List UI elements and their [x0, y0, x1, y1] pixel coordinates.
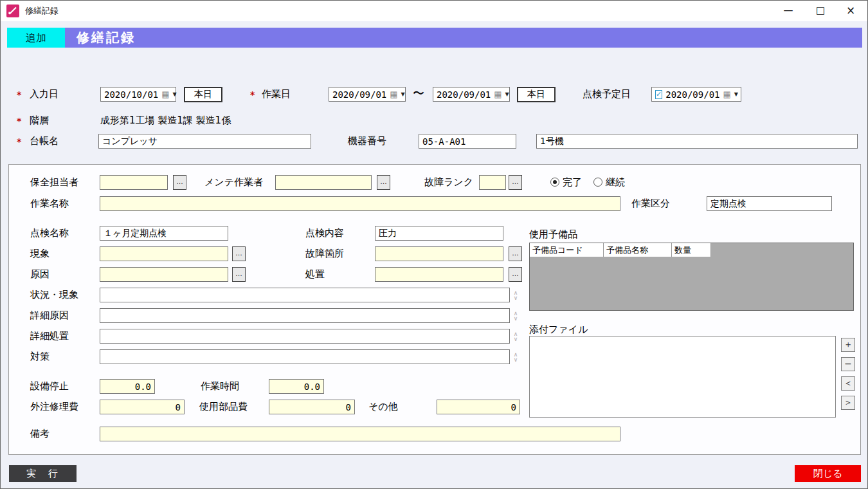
ledger-name-field[interactable]: [98, 134, 311, 149]
machine-name-field[interactable]: [536, 134, 858, 149]
status-radio-complete[interactable]: [550, 178, 559, 187]
work-date-from-value: 2020/09/01: [332, 89, 386, 100]
close-window-button[interactable]: ×: [836, 1, 865, 21]
scheduled-date-picker[interactable]: ✓ 2020/09/01 ▦ ▼: [651, 87, 741, 102]
hierarchy-label: 階層: [30, 113, 49, 128]
cause-label: 原因: [30, 267, 50, 282]
action-lookup-button[interactable]: ...: [509, 267, 522, 282]
attachment-remove-button[interactable]: −: [841, 357, 855, 371]
spinner-down-icon: ∨: [514, 316, 518, 321]
mode-badge-add[interactable]: 追加: [7, 28, 65, 48]
attachment-next-button[interactable]: ＞: [841, 396, 855, 410]
fault-part-lookup-button[interactable]: ...: [509, 246, 522, 261]
spare-parts-label: 使用予備品: [529, 227, 577, 242]
calendar-icon: ▦: [161, 90, 169, 98]
machine-no-field[interactable]: [419, 134, 516, 149]
outsource-cost-field[interactable]: [100, 400, 185, 414]
fault-part-field[interactable]: [375, 246, 503, 261]
input-date-picker[interactable]: 2020/10/01 ▦ ▼: [100, 87, 176, 102]
maint-person-label: 保全担当者: [30, 175, 78, 190]
status-radio-continue[interactable]: [593, 178, 602, 187]
input-date-label: 入力日: [30, 87, 59, 102]
repair-record-window: 修繕記録 — □ × 追加 修繕記録 * 入力日 2020/10/01 ▦ ▼ …: [0, 0, 868, 489]
spare-parts-header-row: 予備品コード 予備品名称 数量: [530, 243, 853, 257]
parts-cost-label: 使用部品費: [199, 400, 248, 414]
work-time-field[interactable]: [269, 379, 324, 394]
scheduled-date-label: 点検予定日: [583, 87, 631, 102]
execute-button[interactable]: 実 行: [9, 465, 77, 482]
spinner-down-icon: ∨: [514, 295, 518, 300]
maximize-button[interactable]: □: [806, 1, 835, 21]
app-logo-icon: [6, 5, 19, 17]
cause-lookup-button[interactable]: ...: [232, 267, 246, 282]
calendar-icon: ▦: [723, 90, 731, 98]
countermeasure-spinner[interactable]: ∧∨: [511, 349, 520, 364]
detail-cause-field[interactable]: [100, 308, 510, 323]
phenomenon-field[interactable]: [100, 246, 228, 261]
work-type-field[interactable]: [707, 196, 832, 211]
maint-worker-lookup-button[interactable]: ...: [377, 175, 390, 190]
detail-action-field[interactable]: [100, 329, 510, 344]
maint-worker-field[interactable]: [275, 175, 372, 190]
situation-field[interactable]: [100, 288, 510, 302]
detail-cause-spinner[interactable]: ∧∨: [511, 308, 520, 323]
detail-action-label: 詳細処置: [30, 329, 69, 344]
outsource-cost-label: 外注修理費: [30, 400, 78, 414]
spinner-down-icon: ∨: [514, 357, 518, 362]
spinner-down-icon: ∨: [514, 337, 518, 342]
close-button[interactable]: 閉じる: [795, 465, 861, 482]
maint-person-field[interactable]: [100, 175, 168, 190]
inspect-name-field[interactable]: [100, 226, 228, 241]
status-continue-label: 継続: [606, 175, 625, 190]
phenomenon-lookup-button[interactable]: ...: [232, 246, 246, 261]
scheduled-date-checkbox[interactable]: ✓: [655, 90, 662, 99]
attachments-label: 添付ファイル: [529, 322, 588, 337]
fault-rank-field[interactable]: [479, 175, 506, 190]
required-mark: *: [17, 87, 21, 102]
work-time-label: 作業時間: [201, 379, 239, 394]
stop-time-label: 設備停止: [30, 379, 69, 394]
work-date-from-picker[interactable]: 2020/09/01 ▦ ▼: [329, 87, 406, 102]
work-type-label: 作業区分: [631, 196, 670, 211]
machine-no-label: 機器番号: [348, 134, 386, 149]
calendar-icon: ▦: [390, 90, 397, 98]
ledger-name-label: 台帳名: [30, 134, 59, 149]
work-name-field[interactable]: [100, 196, 620, 211]
today-button-work-date[interactable]: 本日: [517, 87, 556, 102]
stop-time-field[interactable]: [100, 379, 155, 394]
spare-parts-col-name: 予備品名称: [604, 243, 672, 257]
work-date-to-picker[interactable]: 2020/09/01 ▦ ▼: [433, 87, 510, 102]
inspect-content-label: 点検内容: [305, 226, 344, 241]
today-button-input-date[interactable]: 本日: [184, 87, 222, 102]
inspect-name-label: 点検名称: [30, 226, 69, 241]
work-date-label: 作業日: [262, 87, 291, 102]
fault-rank-lookup-button[interactable]: ...: [509, 175, 522, 190]
detail-action-spinner[interactable]: ∧∨: [511, 329, 520, 344]
action-field[interactable]: [375, 267, 503, 282]
attachment-prev-button[interactable]: ＜: [841, 376, 855, 391]
other-cost-field[interactable]: [437, 400, 520, 414]
maint-worker-label: メンテ作業者: [204, 175, 263, 190]
titlebar: 修繕記録 — □ ×: [1, 1, 867, 21]
spare-parts-col-code: 予備品コード: [530, 243, 604, 257]
chevron-down-icon: ▼: [173, 92, 177, 97]
countermeasure-label: 対策: [30, 349, 50, 364]
countermeasure-field[interactable]: [100, 349, 510, 364]
date-range-tilde: 〜: [413, 86, 424, 100]
maint-person-lookup-button[interactable]: ...: [173, 175, 186, 190]
cause-field[interactable]: [100, 267, 228, 282]
attachments-list[interactable]: [529, 336, 836, 418]
minimize-button[interactable]: —: [774, 1, 802, 21]
inspect-content-field[interactable]: [375, 226, 503, 241]
spare-parts-table[interactable]: 予備品コード 予備品名称 数量: [529, 243, 854, 311]
attachment-add-button[interactable]: ＋: [841, 338, 855, 352]
other-cost-label: その他: [368, 400, 398, 414]
required-mark: *: [17, 134, 21, 149]
note-field[interactable]: [100, 427, 620, 441]
required-mark: *: [17, 113, 21, 128]
note-label: 備考: [30, 427, 50, 441]
parts-cost-field[interactable]: [269, 400, 355, 414]
situation-spinner[interactable]: ∧∨: [511, 288, 520, 302]
page-title: 修繕記録: [65, 28, 862, 48]
chevron-down-icon: ▼: [734, 92, 738, 97]
